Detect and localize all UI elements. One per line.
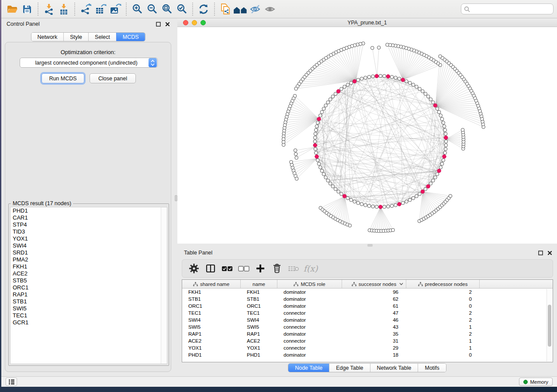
show-all-button[interactable] [263, 2, 277, 16]
close-panel-button[interactable]: Close panel [90, 73, 136, 83]
table-row[interactable]: RAP1RAP1dominator352 [182, 330, 547, 337]
table-cell[interactable]: 96 [342, 289, 406, 295]
horizontal-splitter[interactable] [177, 244, 557, 247]
search-input[interactable] [461, 3, 554, 14]
zoom-selected-button[interactable] [174, 2, 189, 16]
mcds-list-item[interactable]: PMA2 [10, 256, 167, 263]
table-row[interactable]: YOX1YOX1connector291 [182, 344, 547, 351]
table-row[interactable]: PHD1PHD1dominator180 [182, 351, 547, 358]
column-header-successor-nodes[interactable]: successor nodes [342, 280, 406, 288]
column-manager-button[interactable] [203, 261, 218, 275]
mcds-result-list[interactable]: PHD1CAR1STP4TID3YOX1SWI4SRD1PMA2FKH1ACE2… [10, 207, 167, 364]
table-cell[interactable]: 1 [406, 345, 480, 351]
table-row[interactable]: ORC1ORC1dominator610 [182, 303, 547, 309]
mcds-list-item[interactable]: CAR1 [10, 214, 167, 221]
criterion-dropdown[interactable]: largest connected component (undirected) [20, 58, 158, 68]
table-cell[interactable]: 18 [342, 352, 406, 358]
table-cell[interactable]: SWI5 [241, 324, 277, 330]
import-table-button[interactable] [56, 2, 71, 16]
table-cell[interactable]: FKH1 [241, 289, 277, 295]
tab-edge-table[interactable]: Edge Table [329, 364, 370, 372]
network-canvas[interactable] [177, 27, 557, 244]
tab-mcds[interactable]: MCDS [116, 33, 145, 41]
table-row[interactable]: FKH1FKH1dominator962 [182, 289, 547, 296]
table-cell[interactable]: connector [277, 345, 342, 351]
mcds-list-item[interactable]: SWI4 [10, 242, 167, 249]
network-graph[interactable] [177, 27, 557, 244]
table-cell[interactable]: 0 [406, 303, 480, 309]
export-network-button[interactable] [78, 2, 93, 16]
table-cell[interactable]: connector [277, 338, 342, 344]
refresh-button[interactable] [196, 2, 211, 16]
table-cell[interactable]: TEC1 [182, 310, 241, 316]
table-row[interactable]: STB1STB1dominator620 [182, 296, 547, 303]
mcds-list-item[interactable]: TID3 [10, 228, 167, 235]
deselect-all-columns-button[interactable] [236, 261, 251, 275]
table-cell[interactable]: connector [277, 310, 342, 316]
table-row[interactable]: TEC1TEC1connector472 [182, 309, 547, 316]
clone-network-button[interactable] [218, 2, 233, 16]
network-titlebar[interactable]: YPA_prune.txt_1 [177, 18, 557, 27]
tab-network-table[interactable]: Network Table [370, 364, 418, 372]
table-cell[interactable]: dominator [277, 296, 342, 302]
add-column-button[interactable] [253, 261, 268, 275]
table-cell[interactable]: SWI4 [182, 317, 241, 323]
table-row[interactable]: SWI5SWI5connector431 [182, 323, 547, 330]
settings-gear-button[interactable] [187, 261, 201, 275]
table-cell[interactable]: RAP1 [241, 331, 277, 337]
table-cell[interactable]: 0 [406, 296, 480, 302]
tab-select[interactable]: Select [88, 33, 116, 41]
table-cell[interactable]: 47 [342, 310, 406, 316]
show-panels-button[interactable] [6, 378, 17, 386]
table-cell[interactable]: 2 [406, 289, 480, 295]
tab-style[interactable]: Style [63, 33, 88, 41]
save-session-button[interactable] [20, 2, 35, 16]
mcds-list-item[interactable]: YOX1 [10, 235, 167, 242]
mcds-list-item[interactable]: RAP1 [10, 291, 167, 298]
close-panel-icon[interactable] [165, 21, 170, 27]
zoom-out-button[interactable] [145, 2, 159, 16]
mcds-list-item[interactable]: TEC1 [10, 312, 167, 319]
table-cell[interactable]: TEC1 [241, 310, 277, 316]
table-cell[interactable]: 1 [406, 324, 480, 330]
table-cell[interactable]: YOX1 [241, 345, 277, 351]
table-cell[interactable]: 2 [406, 317, 480, 323]
mcds-list-item[interactable]: PHD1 [10, 207, 167, 214]
table-cell[interactable]: FKH1 [182, 289, 241, 295]
open-file-button[interactable] [5, 2, 20, 16]
hide-selected-button[interactable] [248, 2, 263, 16]
table-cell[interactable]: ACE2 [182, 338, 241, 344]
table-cell[interactable]: connector [277, 324, 342, 330]
table-scrollbar[interactable] [547, 289, 552, 361]
mcds-list-item[interactable]: ORC1 [10, 284, 167, 291]
export-image-button[interactable] [108, 2, 123, 16]
mcds-list-item[interactable]: SWI5 [10, 305, 167, 312]
table-cell[interactable]: PHD1 [182, 352, 241, 358]
mcds-list-item[interactable]: ACE2 [10, 270, 167, 277]
table-row[interactable]: ACE2ACE2connector311 [182, 337, 547, 344]
mcds-list-item[interactable]: FKH1 [10, 263, 167, 270]
import-network-button[interactable] [42, 2, 56, 16]
run-mcds-button[interactable]: Run MCDS [42, 73, 84, 83]
table-cell[interactable]: 35 [342, 331, 406, 337]
home-button[interactable] [233, 2, 248, 16]
tab-motifs[interactable]: Motifs [418, 364, 446, 372]
table-cell[interactable]: STB1 [241, 296, 277, 302]
mcds-list-scrollbar[interactable] [161, 207, 167, 364]
table-cell[interactable]: 2 [406, 310, 480, 316]
mcds-list-item[interactable]: STB1 [10, 298, 167, 305]
table-cell[interactable]: ORC1 [241, 303, 277, 309]
table-cell[interactable]: 29 [342, 345, 406, 351]
table-cell[interactable]: 62 [342, 296, 406, 302]
close-panel-icon[interactable] [547, 250, 553, 256]
splitter-grip[interactable] [367, 244, 373, 247]
table-cell[interactable]: 31 [342, 338, 406, 344]
memory-button[interactable]: Memory [519, 378, 553, 386]
mcds-list-item[interactable]: SRD1 [10, 249, 167, 256]
table-cell[interactable]: 2 [406, 331, 480, 337]
mcds-list-item[interactable]: STP4 [10, 221, 167, 228]
table-cell[interactable]: 1 [406, 338, 480, 344]
table-cell[interactable]: RAP1 [182, 331, 241, 337]
zoom-fit-button[interactable] [159, 2, 174, 16]
table-cell[interactable]: STB1 [182, 296, 241, 302]
